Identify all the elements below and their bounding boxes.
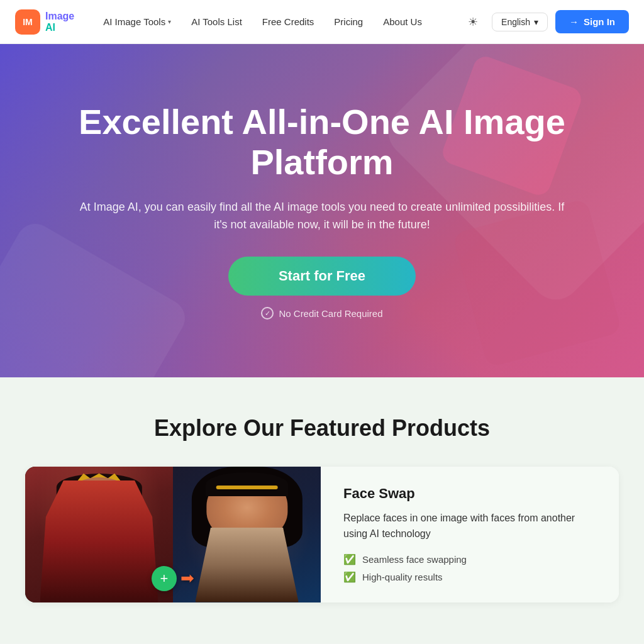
add-face-button[interactable]: + (152, 566, 177, 591)
feature-item-1: ✅ Seamless face swapping (343, 553, 596, 566)
navbar: IM Image AI AI Image Tools ▾ AI Tools Li… (0, 0, 644, 44)
sign-in-icon: → (569, 16, 579, 27)
left-body (40, 480, 158, 602)
sign-in-button[interactable]: → Sign In (555, 10, 629, 33)
no-credit-card-note: ✓ No Credit Card Required (77, 307, 567, 319)
logo[interactable]: IM Image AI (15, 9, 74, 35)
chevron-down-icon: ▾ (168, 18, 171, 25)
chevron-down-icon: ▾ (534, 17, 538, 27)
face-left-side (25, 467, 173, 602)
right-body (195, 528, 299, 602)
logo-icon: IM (15, 9, 40, 35)
right-hair-front (206, 472, 289, 497)
check-icon: ✓ (261, 307, 274, 319)
nav-item-about-us[interactable]: About Us (374, 11, 431, 32)
nav-links: AI Image Tools ▾ AI Tools List Free Cred… (94, 11, 462, 32)
face-right-side (173, 467, 321, 602)
arrow-right-icon: ➡ (180, 569, 194, 588)
check-icon-2: ✅ (343, 571, 356, 584)
feature-item-2: ✅ High-quality results (343, 571, 596, 584)
nav-item-ai-tools-list[interactable]: AI Tools List (182, 11, 251, 32)
nav-item-pricing[interactable]: Pricing (325, 11, 372, 32)
nav-item-free-credits[interactable]: Free Credits (253, 11, 323, 32)
hero-title: Excellent All-in-One AI Image Platform (77, 102, 567, 183)
hero-subtitle: At Image AI, you can easily find all the… (77, 198, 567, 235)
product-name: Face Swap (343, 486, 596, 502)
nav-item-ai-image-tools[interactable]: AI Image Tools ▾ (94, 11, 180, 32)
swap-overlay: + ➡ (152, 566, 194, 591)
language-selector[interactable]: English ▾ (492, 13, 548, 31)
products-section: Explore Our Featured Products (0, 377, 644, 643)
feature-list: ✅ Seamless face swapping ✅ High-quality … (343, 553, 596, 584)
product-info-face-swap: Face Swap Replace faces in one image wit… (321, 467, 619, 602)
nav-right: ☀ English ▾ → Sign In (462, 10, 629, 33)
product-card-face-swap: + ➡ Face Swap Replace faces in one image… (25, 467, 619, 602)
product-description: Replace faces in one image with faces fr… (343, 511, 596, 542)
face-swap-image[interactable]: + ➡ (25, 467, 321, 602)
theme-toggle-button[interactable]: ☀ (462, 11, 484, 33)
start-for-free-button[interactable]: Start for Free (228, 257, 416, 296)
right-tiara (216, 486, 278, 489)
logo-text: Image AI (45, 11, 74, 33)
check-icon-1: ✅ (343, 553, 356, 566)
hero-content: Excellent All-in-One AI Image Platform A… (39, 52, 605, 370)
hero-section: Excellent All-in-One AI Image Platform A… (0, 44, 644, 377)
section-title: Explore Our Featured Products (25, 415, 619, 441)
